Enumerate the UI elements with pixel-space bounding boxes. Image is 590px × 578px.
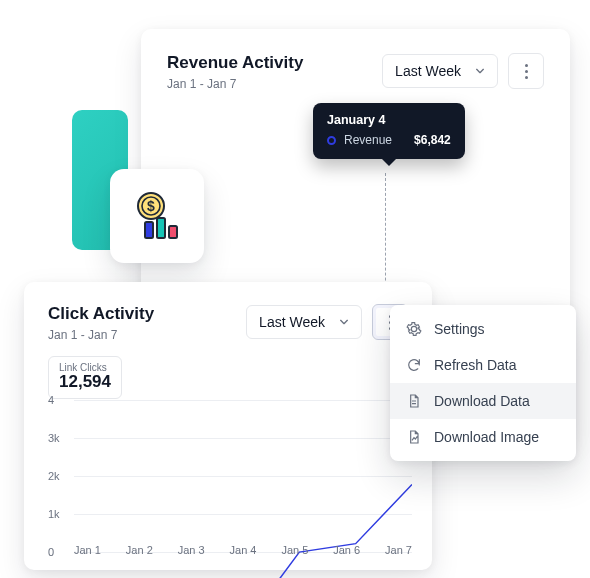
- card-options-menu: Settings Refresh Data Download Data Down…: [390, 305, 576, 461]
- menu-item-download-image-label: Download Image: [434, 429, 539, 445]
- click-range-dropdown[interactable]: Last Week: [246, 305, 362, 339]
- click-date-range: Jan 1 - Jan 7: [48, 328, 154, 342]
- menu-item-download-data-label: Download Data: [434, 393, 530, 409]
- svg-rect-5: [169, 226, 177, 238]
- chevron-down-icon: [475, 66, 485, 76]
- menu-item-settings-label: Settings: [434, 321, 485, 337]
- menu-item-download-data[interactable]: Download Data: [390, 383, 576, 419]
- svg-rect-3: [145, 222, 153, 238]
- file-image-icon: [406, 429, 422, 445]
- ytick-1k: 1k: [48, 508, 60, 520]
- tooltip-date: January 4: [327, 113, 451, 127]
- ytick-2k: 2k: [48, 470, 60, 482]
- svg-rect-4: [157, 218, 165, 238]
- revenue-tooltip: January 4 Revenue $6,842: [313, 103, 465, 159]
- click-line-chart: 4 3k 2k 1k 0 Jan 1 Jan 2 Jan 3 Jan 4 Jan…: [48, 400, 412, 552]
- stat-icon-card: $: [110, 169, 204, 263]
- xtick-jan1: Jan 1: [74, 544, 101, 556]
- kebab-icon: [525, 64, 528, 79]
- ytick-0: 0: [48, 546, 54, 558]
- revenue-title: Revenue Activity: [167, 53, 303, 73]
- xtick-jan3: Jan 3: [178, 544, 205, 556]
- revenue-header: Revenue Activity Jan 1 - Jan 7: [167, 53, 303, 91]
- dollar-bar-chart-icon: $: [129, 188, 185, 244]
- click-header: Click Activity Jan 1 - Jan 7: [48, 304, 154, 342]
- xtick-jan6: Jan 6: [333, 544, 360, 556]
- revenue-date-range: Jan 1 - Jan 7: [167, 77, 303, 91]
- file-data-icon: [406, 393, 422, 409]
- revenue-range-dropdown-label: Last Week: [395, 63, 461, 79]
- click-range-dropdown-label: Last Week: [259, 314, 325, 330]
- revenue-more-button[interactable]: [508, 53, 544, 89]
- xtick-jan7: Jan 7: [385, 544, 412, 556]
- click-title: Click Activity: [48, 304, 154, 324]
- link-clicks-badge: Link Clicks 12,594: [48, 356, 122, 399]
- tooltip-value: $6,842: [414, 133, 451, 147]
- tooltip-series-marker: [327, 136, 336, 145]
- xtick-jan5: Jan 5: [281, 544, 308, 556]
- refresh-icon: [406, 357, 422, 373]
- ytick-4: 4: [48, 394, 54, 406]
- svg-text:$: $: [147, 198, 155, 214]
- menu-item-refresh-label: Refresh Data: [434, 357, 516, 373]
- link-clicks-badge-value: 12,594: [59, 373, 111, 392]
- chevron-down-icon: [339, 317, 349, 327]
- click-activity-card: Click Activity Jan 1 - Jan 7 Last Week L…: [24, 282, 432, 570]
- xtick-jan2: Jan 2: [126, 544, 153, 556]
- menu-item-refresh[interactable]: Refresh Data: [390, 347, 576, 383]
- ytick-3k: 3k: [48, 432, 60, 444]
- gear-icon: [406, 321, 422, 337]
- revenue-range-dropdown[interactable]: Last Week: [382, 54, 498, 88]
- menu-item-settings[interactable]: Settings: [390, 311, 576, 347]
- xtick-jan4: Jan 4: [230, 544, 257, 556]
- menu-item-download-image[interactable]: Download Image: [390, 419, 576, 455]
- tooltip-series-label: Revenue: [344, 133, 392, 147]
